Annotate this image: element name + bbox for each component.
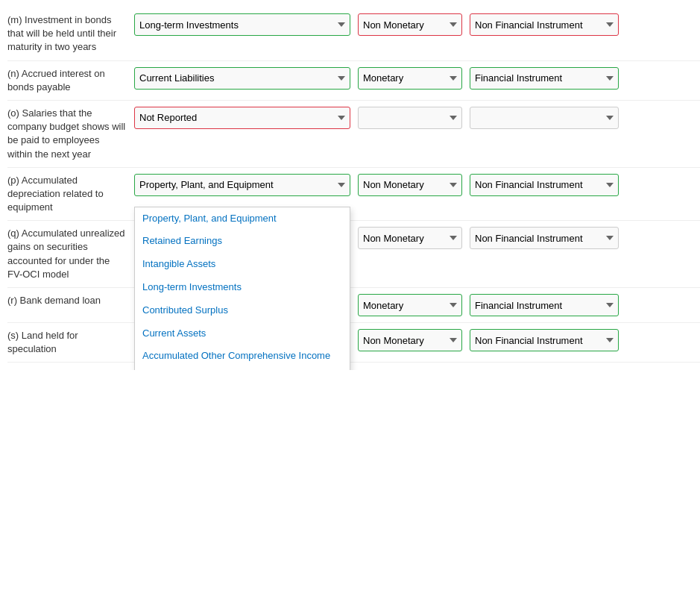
financial-select-q[interactable]: Financial InstrumentNon Financial Instru…: [470, 227, 619, 249]
selects-group-o: Property, Plant, and EquipmentRetained E…: [134, 107, 700, 129]
monetary-select-m[interactable]: MonetaryNon Monetary: [358, 13, 462, 36]
row-letter-m: (m): [7, 14, 22, 25]
dropdown-item[interactable]: Accumulated Other Comprehensive Income: [135, 345, 350, 368]
category-dropdown-overlay: Property, Plant, and EquipmentRetained E…: [134, 207, 350, 371]
financial-select-r[interactable]: Financial InstrumentNon Financial Instru…: [470, 294, 619, 316]
category-select-n[interactable]: Property, Plant, and EquipmentRetained E…: [134, 67, 350, 90]
selects-group-p: Property, Plant, and EquipmentRetained E…: [134, 174, 700, 196]
dropdown-item[interactable]: Long-term Investments: [135, 276, 350, 299]
monetary-select-o[interactable]: MonetaryNon Monetary: [358, 107, 462, 129]
category-select-m[interactable]: Property, Plant, and EquipmentRetained E…: [134, 13, 350, 36]
row-label-s: (s) Land held for speculation: [7, 329, 134, 356]
row-label-o: (o) Salaries that the company budget sho…: [7, 107, 134, 161]
selects-group-m: Property, Plant, and EquipmentRetained E…: [134, 13, 700, 36]
category-select-o[interactable]: Property, Plant, and EquipmentRetained E…: [134, 107, 350, 129]
table-row-q: (q) Accumulated unrealized gains on secu…: [7, 221, 700, 288]
row-letter-o: (o): [7, 107, 19, 119]
row-letter-q: (q): [7, 228, 19, 239]
financial-select-m[interactable]: Financial InstrumentNon Financial Instru…: [470, 13, 619, 36]
monetary-select-r[interactable]: MonetaryNon Monetary: [358, 294, 462, 316]
row-label-r: (r) Bank demand loan: [7, 294, 134, 307]
row-label-m: (m) Investment in bonds that will be hel…: [7, 13, 134, 54]
financial-select-n[interactable]: Financial InstrumentNon Financial Instru…: [470, 67, 619, 90]
table-row-m: (m) Investment in bonds that will be hel…: [7, 7, 700, 61]
financial-select-o[interactable]: Financial InstrumentNon Financial Instru…: [470, 107, 619, 129]
main-table: (m) Investment in bonds that will be hel…: [7, 7, 700, 363]
dropdown-item[interactable]: Property, Plant, and Equipment: [135, 207, 350, 231]
row-label-q: (q) Accumulated unrealized gains on secu…: [7, 227, 134, 281]
row-letter-n: (n): [7, 68, 19, 79]
dropdown-item[interactable]: Current Assets: [135, 322, 350, 345]
table-row-r: (r) Bank demand loanProperty, Plant, and…: [7, 288, 700, 323]
dropdown-item[interactable]: Retained Earnings: [135, 230, 350, 253]
financial-select-s[interactable]: Financial InstrumentNon Financial Instru…: [470, 329, 619, 351]
table-row-n: (n) Accrued interest on bonds payablePro…: [7, 61, 700, 101]
table-row-o: (o) Salaries that the company budget sho…: [7, 101, 700, 168]
table-row-p: (p) Accumulated depreciation related to …: [7, 168, 700, 222]
monetary-select-q[interactable]: MonetaryNon Monetary: [358, 227, 462, 249]
table-row-s: (s) Land held for speculationProperty, P…: [7, 323, 700, 363]
row-letter-p: (p): [7, 175, 19, 186]
row-letter-r: (r): [7, 295, 17, 306]
monetary-select-p[interactable]: MonetaryNon Monetary: [358, 174, 462, 196]
row-label-p: (p) Accumulated depreciation related to …: [7, 174, 134, 215]
dropdown-item[interactable]: Capital Shares: [135, 368, 350, 370]
row-label-n: (n) Accrued interest on bonds payable: [7, 67, 134, 94]
dropdown-item[interactable]: Intangible Assets: [135, 253, 350, 276]
monetary-select-s[interactable]: MonetaryNon Monetary: [358, 329, 462, 351]
monetary-select-n[interactable]: MonetaryNon Monetary: [358, 67, 462, 90]
selects-group-n: Property, Plant, and EquipmentRetained E…: [134, 67, 700, 90]
row-letter-s: (s): [7, 330, 19, 341]
category-select-p[interactable]: Property, Plant, and EquipmentRetained E…: [134, 174, 350, 196]
financial-select-p[interactable]: Financial InstrumentNon Financial Instru…: [470, 174, 619, 196]
dropdown-item[interactable]: Contributed Surplus: [135, 299, 350, 322]
